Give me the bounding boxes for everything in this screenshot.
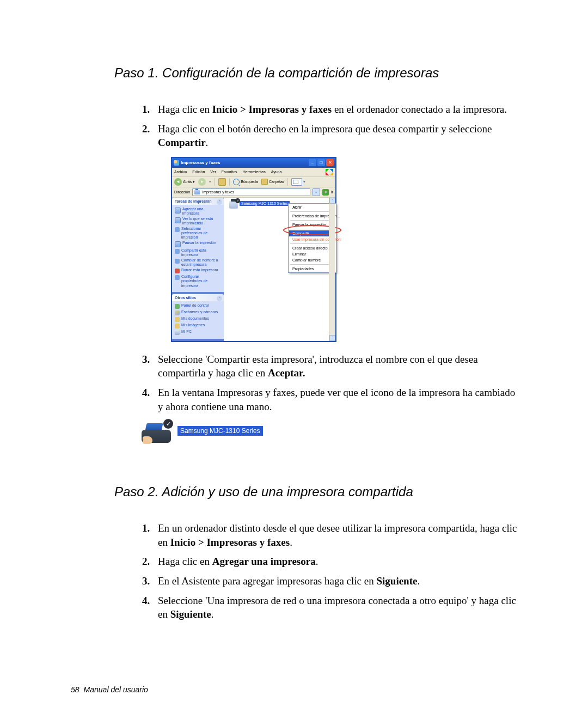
default-check-icon: ✓	[163, 419, 173, 429]
menu-bar: Archivo Edición Ver Favoritos Herramient…	[172, 168, 335, 177]
share-hand-icon	[143, 436, 152, 444]
place-my-images[interactable]: Mis imágenes	[175, 322, 221, 329]
back-label: Atrás	[183, 180, 192, 184]
bold-text: Agregar una impresora	[212, 556, 316, 567]
text: .	[417, 575, 420, 587]
text: Haga clic en	[158, 103, 212, 115]
tasks-panel-header[interactable]: Tareas de impresión ˄	[172, 198, 224, 205]
step1-item-4: En la ventana Impresoras y faxes, puede …	[152, 386, 523, 413]
printers-icon	[174, 160, 179, 166]
place-control-panel[interactable]: Panel de control	[175, 303, 221, 309]
search-label: Búsqueda	[241, 180, 258, 184]
back-button[interactable]: ◄ Atrás ▾	[174, 178, 195, 186]
step2-item-1: En un ordenador distinto desde el que de…	[152, 521, 523, 549]
xp-titlebar: Impresoras y faxes – □ ✕	[172, 158, 335, 168]
folder-icon	[175, 324, 180, 328]
place-scanners[interactable]: Escáneres y cámaras	[175, 309, 221, 316]
collapse-icon[interactable]: ˄	[217, 199, 222, 205]
menu-ver[interactable]: Ver	[210, 170, 216, 174]
printer-icon	[175, 217, 181, 223]
step1-list: Haga clic en Inicio > Impresoras y faxes…	[114, 102, 523, 150]
text: En la ventana Impresoras y faxes, puede …	[158, 387, 515, 412]
views-button[interactable]: ▾	[291, 178, 305, 186]
scrollbar[interactable]: ˄ ˅	[329, 198, 335, 341]
back-arrow-icon: ◄	[174, 178, 182, 186]
task-share[interactable]: Compartir esta impresora	[175, 248, 221, 258]
scroll-up-icon[interactable]: ˄	[329, 198, 335, 204]
text: .	[290, 537, 292, 548]
label: Configurar propiedades de impresora	[181, 275, 221, 288]
task-delete[interactable]: Borrar esta impresora	[175, 267, 221, 274]
task-rename[interactable]: Cambiar de nombre a esta impresora	[175, 258, 221, 267]
address-label: Dirección	[174, 190, 190, 194]
page: Paso 1. Configuración de la compartición…	[0, 0, 588, 713]
figure-printers-window: Impresoras y faxes – □ ✕ Archivo Edición…	[171, 157, 523, 342]
folders-button[interactable]: Carpetas	[261, 179, 284, 185]
menu-edicion[interactable]: Edición	[192, 170, 205, 174]
place-my-pc[interactable]: Mi PC	[175, 329, 221, 336]
up-folder-button[interactable]	[218, 178, 226, 186]
address-field[interactable]: Impresoras y faxes	[192, 188, 310, 196]
pause-icon	[175, 241, 181, 247]
step2-heading: Paso 2. Adición y uso de una impresora c…	[114, 484, 523, 499]
folder-icon	[175, 317, 180, 322]
text: Seleccione 'Compartir esta impresora', i…	[158, 354, 478, 379]
other-places-panel: Otros sitios ˄ Panel de control Escánere…	[172, 294, 224, 339]
share-icon	[175, 249, 180, 254]
toolbar: ◄ Atrás ▾ ► ▾ Búsqueda Carpetas	[172, 177, 335, 187]
collapse-icon[interactable]: ˄	[217, 296, 222, 301]
step1-heading: Paso 1. Configuración de la compartición…	[114, 65, 523, 81]
tasks-panel-title: Tareas de impresión	[175, 199, 212, 203]
tasks-panel-body: Agregar una impresora Ver lo que se está…	[172, 205, 224, 292]
label: Pausar la impresión	[182, 241, 216, 245]
maximize-button[interactable]: □	[317, 159, 325, 166]
text: En el Asistente para agregar impresoras …	[158, 575, 376, 587]
task-properties[interactable]: Configurar propiedades de impresora	[175, 274, 221, 288]
menu-ayuda[interactable]: Ayuda	[271, 170, 282, 174]
xp-window: Impresoras y faxes – □ ✕ Archivo Edición…	[171, 157, 336, 342]
label: Agregar una impresora	[182, 207, 221, 216]
step2-item-2: Haga clic en Agregar una impresora.	[152, 554, 523, 569]
other-places-header[interactable]: Otros sitios ˄	[172, 294, 224, 301]
address-dropdown-button[interactable]: ▾	[313, 188, 320, 196]
address-value: Impresoras y faxes	[202, 190, 234, 194]
label: Mis imágenes	[181, 323, 205, 327]
menu-favoritos[interactable]: Favoritos	[222, 170, 237, 174]
go-label: Ir	[331, 190, 333, 194]
scroll-down-icon[interactable]: ˅	[329, 335, 335, 341]
menu-herramientas[interactable]: Herramientas	[243, 170, 266, 174]
go-button[interactable]: ➜	[322, 189, 329, 196]
folders-icon	[261, 179, 268, 185]
default-check-icon: ✓	[235, 198, 240, 203]
step2-item-3: En el Asistente para agregar impresoras …	[152, 574, 523, 588]
printer-icon	[175, 208, 181, 214]
dropdown-icon: ▾	[209, 180, 211, 184]
gear-icon	[175, 275, 180, 280]
search-button[interactable]: Búsqueda	[233, 179, 258, 185]
close-button[interactable]: ✕	[326, 159, 334, 166]
spacer	[114, 459, 523, 484]
bold-text: Aceptar.	[268, 367, 305, 379]
task-pause[interactable]: Pausar la impresión	[175, 240, 221, 248]
minimize-button[interactable]: –	[309, 159, 316, 166]
printers-icon	[194, 190, 200, 194]
page-footer: 58 Manual del usuario	[71, 685, 148, 694]
pref-icon	[175, 227, 180, 232]
label: Mis documentos	[181, 316, 209, 321]
task-add-printer[interactable]: Agregar una impresora	[175, 206, 221, 216]
separator	[290, 264, 334, 265]
menu-archivo[interactable]: Archivo	[174, 170, 187, 174]
delete-icon	[175, 269, 180, 273]
place-my-docs[interactable]: Mis documentos	[175, 316, 221, 322]
task-see-printing[interactable]: Ver lo que se está imprimiendo	[175, 216, 221, 226]
label: Seleccionar preferencias de impresión	[181, 227, 221, 240]
window-body: Tareas de impresión ˄ Agregar una impres…	[172, 198, 335, 341]
separator	[229, 178, 230, 186]
dropdown-icon: ▾	[303, 180, 305, 184]
task-preferences[interactable]: Seleccionar preferencias de impresión	[175, 226, 221, 240]
text: en el ordenador conectado a la impresora…	[332, 103, 507, 115]
xp-window-title: Impresoras y faxes	[174, 160, 220, 166]
text: .	[206, 137, 209, 148]
separator	[215, 178, 215, 186]
forward-button[interactable]: ►	[198, 178, 206, 186]
